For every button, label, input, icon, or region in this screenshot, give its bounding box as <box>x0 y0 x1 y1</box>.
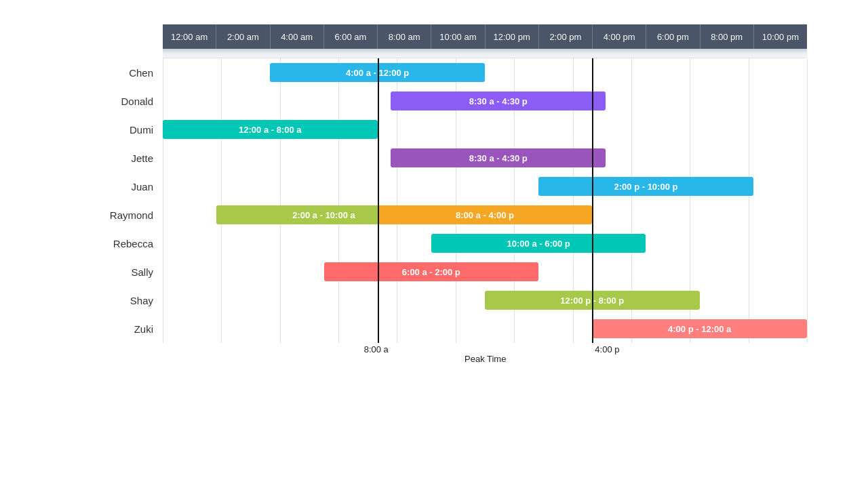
row-label-6: Rebecca <box>61 238 163 249</box>
time-cell-6: 12:00 pm <box>486 24 539 49</box>
page: 12:00 am2:00 am4:00 am6:00 am8:00 am10:0… <box>0 0 868 488</box>
time-cell-5: 10:00 am <box>431 24 485 49</box>
bar-5-1: 8:00 a - 4:00 p <box>378 205 593 224</box>
bar-label-5-0: 2:00 a - 10:00 a <box>292 210 355 220</box>
time-cell-4: 8:00 am <box>378 24 431 49</box>
time-cell-0: 12:00 am <box>163 24 216 49</box>
bar-label-4-0: 2:00 p - 10:00 p <box>614 182 678 192</box>
row-label-8: Shay <box>61 295 163 306</box>
time-cell-9: 6:00 pm <box>646 24 700 49</box>
time-cell-8: 4:00 pm <box>593 24 646 49</box>
row-label-5: Raymond <box>61 209 163 221</box>
row-track-5: 2:00 a - 10:00 a8:00 a - 4:00 p <box>163 201 807 229</box>
grid-line-11 <box>807 58 808 343</box>
peak-label-8am: 8:00 a <box>364 344 389 354</box>
chart-row-3: Jette8:30 a - 4:30 p <box>61 144 807 172</box>
bar-label-1-0: 8:30 a - 4:30 p <box>469 96 528 106</box>
peak-time-label: Peak Time <box>465 354 506 364</box>
row-track-0: 4:00 a - 12:00 p <box>163 58 807 87</box>
bar-label-0-0: 4:00 a - 12:00 p <box>346 68 409 78</box>
bar-label-3-0: 8:30 a - 4:30 p <box>469 153 528 163</box>
bar-2-0: 12:00 a - 8:00 a <box>163 120 378 139</box>
row-label-0: Chen <box>61 67 163 79</box>
row-label-2: Dumi <box>61 124 163 136</box>
row-track-4: 2:00 p - 10:00 p <box>163 172 807 201</box>
chart-row-9: Zuki4:00 p - 12:00 a <box>61 314 807 343</box>
chart-row-7: Sally6:00 a - 2:00 p <box>61 258 807 286</box>
bar-label-8-0: 12:00 p - 8:00 p <box>560 296 624 306</box>
chart-row-6: Rebecca10:00 a - 6:00 p <box>61 229 807 258</box>
row-track-3: 8:30 a - 4:30 p <box>163 144 807 172</box>
row-track-1: 8:30 a - 4:30 p <box>163 87 807 115</box>
chart-row-5: Raymond2:00 a - 10:00 a8:00 a - 4:00 p <box>61 201 807 229</box>
bar-0-0: 4:00 a - 12:00 p <box>270 63 485 82</box>
row-label-4: Juan <box>61 181 163 192</box>
row-label-7: Sally <box>61 266 163 278</box>
time-cell-1: 2:00 am <box>216 24 270 49</box>
peak-label-4pm: 4:00 p <box>595 344 619 354</box>
time-header: 12:00 am2:00 am4:00 am6:00 am8:00 am10:0… <box>163 24 807 49</box>
chart-container: 12:00 am2:00 am4:00 am6:00 am8:00 am10:0… <box>61 24 807 365</box>
row-track-6: 10:00 a - 6:00 p <box>163 229 807 258</box>
bar-3-0: 8:30 a - 4:30 p <box>391 148 606 167</box>
bar-label-9-0: 4:00 p - 12:00 a <box>668 324 731 334</box>
peak-labels: 8:00 a 4:00 p Peak Time <box>163 344 807 365</box>
chart-row-4: Juan2:00 p - 10:00 p <box>61 172 807 201</box>
row-label-1: Donald <box>61 96 163 107</box>
row-track-7: 6:00 a - 2:00 p <box>163 258 807 286</box>
time-cell-7: 2:00 pm <box>539 24 593 49</box>
time-cell-11: 10:00 pm <box>754 24 807 49</box>
bar-4-0: 2:00 p - 10:00 p <box>538 177 753 196</box>
bar-6-0: 10:00 a - 6:00 p <box>431 234 646 253</box>
chart-row-1: Donald8:30 a - 4:30 p <box>61 87 807 115</box>
row-track-2: 12:00 a - 8:00 a <box>163 115 807 144</box>
row-track-8: 12:00 p - 8:00 p <box>163 286 807 314</box>
bar-1-0: 8:30 a - 4:30 p <box>391 92 606 110</box>
bar-7-0: 6:00 a - 2:00 p <box>324 262 539 281</box>
bar-label-2-0: 12:00 a - 8:00 a <box>239 125 302 135</box>
bar-label-6-0: 10:00 a - 6:00 p <box>507 239 570 249</box>
bar-label-7-0: 6:00 a - 2:00 p <box>402 267 460 277</box>
time-cell-3: 6:00 am <box>324 24 378 49</box>
chart-row-8: Shay12:00 p - 8:00 p <box>61 286 807 314</box>
bar-label-5-1: 8:00 a - 4:00 p <box>456 210 514 220</box>
chart-row-2: Dumi12:00 a - 8:00 a <box>61 115 807 144</box>
bar-8-0: 12:00 p - 8:00 p <box>485 291 700 310</box>
row-track-9: 4:00 p - 12:00 a <box>163 314 807 343</box>
bar-9-0: 4:00 p - 12:00 a <box>592 319 807 338</box>
subheader <box>163 49 807 58</box>
time-cell-2: 4:00 am <box>271 24 324 49</box>
row-label-3: Jette <box>61 152 163 164</box>
row-label-9: Zuki <box>61 323 163 335</box>
time-cell-10: 8:00 pm <box>701 24 754 49</box>
rows-area: Chen4:00 a - 12:00 pDonald8:30 a - 4:30 … <box>61 58 807 343</box>
chart-row-0: Chen4:00 a - 12:00 p <box>61 58 807 87</box>
